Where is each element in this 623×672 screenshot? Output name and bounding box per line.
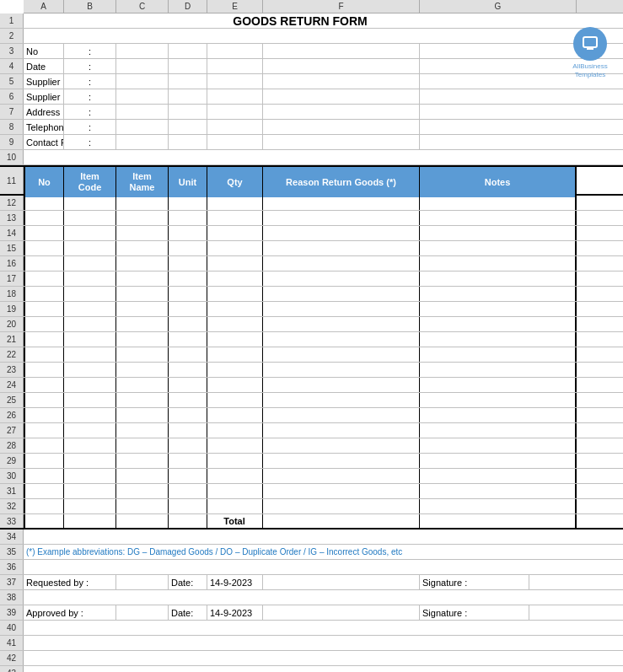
date-label-1: Date: [169,575,207,589]
col-e: E [207,0,263,13]
table-data-rows: 12 13 14 15 [0,196,623,514]
contact-person-label: Contact Person [24,135,64,149]
row-41: 41 [0,636,623,651]
date-value-1: 14-9-2023 [207,575,263,589]
row-8: 8 Telephone : [0,120,623,135]
row-43: 43 [0,666,623,672]
approved-by-label: Approved by : [24,605,116,620]
row-22: 22 [0,347,623,363]
col-item-code-header: ItemCode [64,167,116,197]
supplier-code-colon: : [64,74,116,89]
telephone-label: Telephone [24,120,64,134]
row-27: 27 [0,423,623,438]
row-12: 12 [0,196,623,211]
logo-subtext: Templates [561,71,620,79]
supplier-name-colon: : [64,89,116,104]
svg-rect-0 [583,37,597,47]
no-colon: : [64,44,116,58]
total-empty-a [24,514,64,528]
supplier-name-label: Supplier Name [24,89,64,104]
col-item-name-header: ItemName [116,167,169,197]
col-no-header: No [24,167,64,197]
total-notes [420,514,577,528]
col-b: B [64,0,116,13]
total-empty-c [116,514,169,528]
logo-text: AllBusiness [561,62,620,71]
row-18: 18 [0,287,623,302]
row-28: 28 [0,438,623,454]
row-15: 15 [0,241,623,256]
total-empty-d [169,514,207,528]
row-35: 35 (*) Example abbreviations: DG – Damag… [0,545,623,560]
row-40: 40 [0,621,623,636]
col-f: F [263,0,420,13]
bottom-rows: 40 41 42 43 44 45 46 [0,621,623,672]
title: GOODS RETURN FORM [24,13,577,28]
col-notes-header: Notes [420,167,577,197]
row-34: 34 [0,530,623,545]
col-c: C [116,0,169,13]
row-2: 2 [0,29,623,44]
row-23: 23 [0,363,623,378]
row-24: 24 [0,378,623,393]
row-32: 32 [0,499,623,514]
date-label: Date [24,59,64,73]
col-g: G [420,0,577,13]
signature-label-1: Signature : [420,575,529,589]
total-empty-b [64,514,116,528]
row-5: 5 Supplier Code : [0,74,623,89]
row-1: 1 GOODS RETURN FORM [0,13,623,29]
date-colon: : [64,59,116,73]
row-7: 7 Address : [0,105,623,120]
row-30: 30 [0,469,623,484]
row-39: 39 Approved by : Date: 14-9-2023 Signatu… [0,605,623,621]
row-42: 42 [0,651,623,666]
col-a: A [24,0,64,13]
address-colon: : [64,105,116,119]
col-reason-header: Reason Return Goods (*) [263,167,420,197]
total-value [263,514,420,528]
row-19: 19 [0,302,623,317]
row-31: 31 [0,484,623,499]
contact-colon: : [64,135,116,149]
row-37: 37 Requested by : Date: 14-9-2023 Signat… [0,575,623,590]
row-9: 9 Contact Person : [0,135,623,150]
no-label: No [24,44,64,58]
row-36: 36 [0,560,623,575]
address-label: Address [24,105,64,119]
logo-area: AllBusiness Templates [561,27,620,78]
row-33: 33 Total [0,514,623,530]
signature-label-2: Signature : [420,605,529,620]
row-10: 10 [0,150,623,165]
table-header-row: 11 No ItemCode ItemName Unit Qty Reason … [0,165,623,196]
supplier-code-label: Supplier Code [24,74,64,89]
row-4: 4 Date : [0,59,623,74]
telephone-colon: : [64,120,116,134]
date-label-2: Date: [169,605,207,620]
row-26: 26 [0,408,623,423]
col-unit-header: Unit [169,167,207,197]
row-38: 38 [0,590,623,605]
column-headers: A B C D E F G [24,0,623,13]
col-qty-header: Qty [207,167,263,197]
row-17: 17 [0,271,623,287]
row-3: 3 No : [0,44,623,59]
row-21: 21 [0,332,623,347]
logo-icon [573,27,607,61]
col-d: D [169,0,207,13]
date-value-2: 14-9-2023 [207,605,263,620]
row-16: 16 [0,256,623,271]
row-6: 6 Supplier Name : [0,89,623,105]
row-29: 29 [0,454,623,469]
footnote: (*) Example abbreviations: DG – Damaged … [24,545,577,559]
row-13: 13 [0,211,623,226]
row-14: 14 [0,226,623,241]
row-20: 20 [0,317,623,332]
row-25: 25 [0,393,623,408]
requested-by-label: Requested by : [24,575,116,589]
total-label: Total [207,514,263,528]
